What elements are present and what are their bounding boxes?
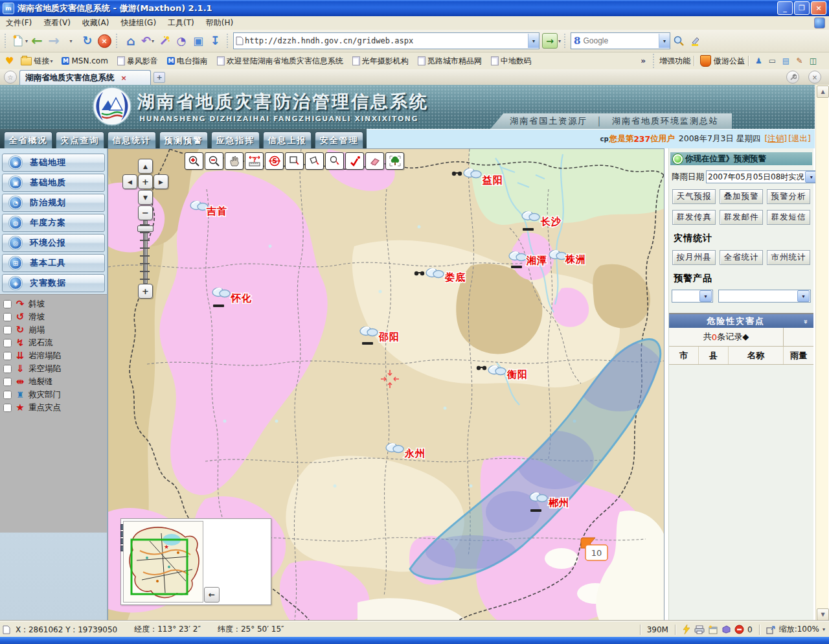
nav-tab-forecast[interactable]: 预测预警 [159, 132, 208, 148]
group-sms-button[interactable]: 群发短信 [767, 210, 810, 225]
pan-left-button[interactable]: ◀ [122, 174, 137, 189]
warning-analysis-button[interactable]: 预警分析 [767, 189, 810, 204]
layer-rescue-dept[interactable]: ♜救灾部门 [0, 388, 107, 401]
sidebar-item-env-bulletin[interactable]: ◎环境公报 [2, 234, 105, 252]
nav-tab-report[interactable]: 信息上报 [263, 132, 312, 148]
city-stats-button[interactable]: 市州统计 [767, 250, 810, 265]
link-baofeng[interactable]: 暴风影音 [117, 56, 158, 67]
proxy-icon[interactable] [721, 625, 731, 634]
overlay-warning-button[interactable]: 叠加预警 [720, 189, 763, 204]
tab-tools-button[interactable] [786, 71, 799, 84]
go-button[interactable]: → [542, 33, 558, 49]
link-milu[interactable]: 觅路城市精品网 [418, 56, 482, 67]
window-icon[interactable]: ▭ [767, 56, 777, 65]
refresh-button[interactable]: ↻ [80, 32, 95, 49]
charity-shield-icon[interactable] [700, 55, 711, 67]
sidebar-item-prevention-plan[interactable]: ◔防治规划 [2, 194, 105, 212]
exit-link[interactable]: [退出] [788, 133, 811, 144]
history-button[interactable]: ◔ [174, 32, 189, 49]
printer-icon[interactable] [694, 625, 705, 634]
maximize-button[interactable]: ❐ [794, 1, 810, 15]
notes-icon[interactable]: ▤ [781, 56, 791, 65]
full-extent-tool[interactable] [385, 152, 404, 170]
layer-key-point[interactable]: ★重点灾点 [0, 401, 107, 414]
search-go-button[interactable] [671, 32, 687, 49]
zoom-level[interactable]: 缩放:100% [779, 624, 819, 635]
resize-icon[interactable] [766, 625, 776, 634]
capture-button[interactable]: ▣ [190, 32, 206, 49]
search-input[interactable] [580, 36, 659, 46]
menu-help[interactable]: 帮助(H) [200, 17, 239, 29]
sidebar-item-basic-geology[interactable]: ▣基础地质 [2, 174, 105, 192]
grid-icon[interactable]: ◫ [808, 56, 818, 65]
minimize-button[interactable]: _ [777, 1, 793, 15]
weather-forecast-button[interactable]: 天气预报 [672, 189, 716, 204]
landslide-checkbox[interactable] [3, 313, 12, 321]
rescue-dept-checkbox[interactable] [3, 391, 12, 399]
plugin-label[interactable]: 增强功能 [659, 56, 690, 67]
menu-view[interactable]: 查看(V) [38, 17, 76, 29]
layer-mining-collapse[interactable]: ⇓采空塌陷 [0, 362, 107, 375]
collapse-chevrons-icon[interactable]: « [801, 318, 810, 324]
debris-flow-checkbox[interactable] [3, 339, 12, 347]
nav-tab-emergency[interactable]: 应急指挥 [211, 132, 260, 148]
address-dropdown-button[interactable]: ▾ [528, 34, 539, 48]
link-radio[interactable]: M电台指南 [167, 56, 208, 67]
boost-lightning-icon[interactable] [682, 625, 691, 634]
ground-fissure-checkbox[interactable] [3, 378, 12, 386]
key-point-checkbox[interactable] [3, 404, 12, 412]
sidebar-item-annual-plan[interactable]: ◍年度方案 [2, 214, 105, 232]
favorites-heart-icon[interactable]: ♥ [5, 55, 14, 67]
link-photo[interactable]: 光年摄影机构 [352, 56, 409, 67]
user-icon[interactable]: ♟ [754, 56, 764, 65]
link-zhongdi[interactable]: 中地数码 [491, 56, 532, 67]
tab-list-close-button[interactable]: × [808, 71, 821, 84]
nav-tab-overview[interactable]: 全省概况 [4, 132, 52, 148]
pen-icon[interactable]: ✎ [795, 56, 804, 65]
tab-close-icon[interactable]: × [121, 74, 127, 82]
mining-collapse-checkbox[interactable] [3, 365, 12, 373]
layer-ground-fissure[interactable]: ⇹地裂缝 [0, 375, 107, 388]
magic-fill-button[interactable] [157, 32, 172, 49]
pan-up-button[interactable]: ▲ [138, 159, 153, 174]
layer-collapse[interactable]: ↻崩塌 [0, 323, 107, 336]
search-box[interactable]: 8 ▾ [571, 32, 670, 49]
scroll-down-button[interactable]: ▼ [817, 608, 829, 621]
popup-blocker-icon[interactable] [734, 625, 744, 634]
monthly-county-stats-button[interactable]: 按月州县 [672, 250, 716, 265]
province-stats-button[interactable]: 全省统计 [720, 250, 763, 265]
highlight-button[interactable] [688, 32, 703, 49]
home-button[interactable]: ⌂ [123, 32, 139, 49]
map-viewport[interactable]: 吉首 益阳 长沙 湘潭 株洲 娄底 怀化 邵阳 衡阳 永州 郴州 10 [108, 148, 664, 621]
org-link-land-resources[interactable]: 湖南省国土资源厅 [510, 115, 587, 127]
product-type-select[interactable]: ▾ [672, 290, 713, 303]
pan-right-button[interactable]: ▶ [153, 174, 168, 189]
sidebar-item-basic-tools[interactable]: ⊞基本工具 [2, 254, 105, 272]
address-bar[interactable]: ▾ [233, 32, 539, 49]
layer-slope[interactable]: ↷斜坡 [0, 297, 107, 310]
logout-link[interactable]: [注销] [764, 133, 787, 144]
google-logo-icon[interactable]: 8 [574, 35, 580, 47]
scroll-up-button[interactable]: ▲ [817, 86, 829, 98]
links-folder[interactable]: 链接 ▾ [21, 56, 52, 67]
overview-map[interactable]: ★ [123, 521, 203, 603]
new-tab-button[interactable]: + [153, 72, 165, 83]
back-button[interactable]: ← [29, 32, 45, 49]
address-input[interactable] [244, 36, 528, 46]
group-email-button[interactable]: 群发邮件 [720, 210, 763, 225]
new-page-button[interactable]: ▾ [12, 32, 28, 49]
scale-tool[interactable]: S [265, 152, 284, 170]
minimap-collapse-button[interactable]: ← [204, 587, 220, 603]
pan-down-button[interactable]: ▼ [138, 190, 153, 205]
chevron-down-icon[interactable]: ▾ [823, 627, 825, 632]
layer-landslide[interactable]: ↺滑坡 [0, 310, 107, 323]
chevron-down-icon[interactable]: ▾ [25, 38, 28, 44]
zoom-slider-handle[interactable] [137, 225, 153, 232]
slope-checkbox[interactable] [3, 300, 12, 308]
page-scrollbar[interactable]: ▲ ▼ [815, 85, 828, 621]
group-fax-button[interactable]: 群发传真 [672, 210, 716, 225]
layer-debris-flow[interactable]: ↯泥石流 [0, 336, 107, 349]
zoom-out-tool[interactable] [205, 152, 223, 170]
link-msn[interactable]: MMSN.com [62, 56, 108, 65]
tab-active[interactable]: 湖南省地质灾害信息系统 × [19, 70, 151, 85]
